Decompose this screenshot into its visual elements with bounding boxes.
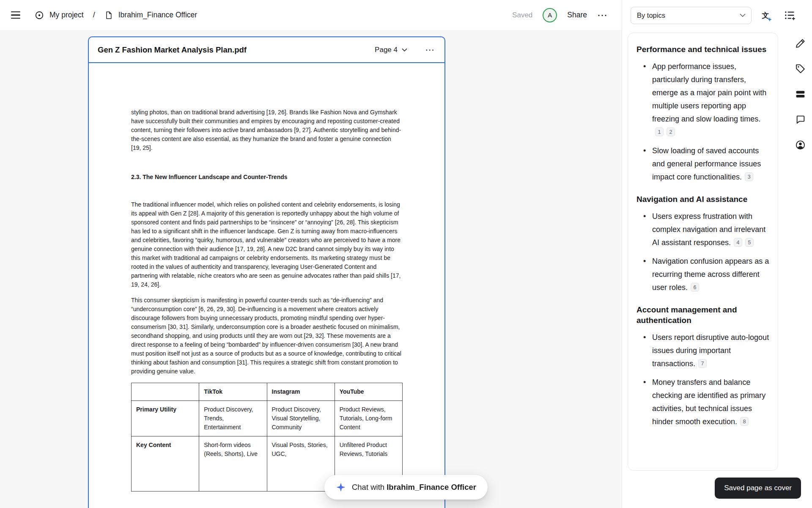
topic-bullet: Navigation confusion appears as a recurr…	[636, 255, 769, 294]
app-root: My project / Ibrahim_Finance Officer Sav…	[0, 0, 812, 508]
topics-view-select[interactable]: By topics	[631, 7, 752, 24]
breadcrumb-separator: /	[93, 11, 95, 19]
chat-label: Chat with Ibrahim_Finance Officer	[352, 483, 476, 492]
citation-badge[interactable]: 8	[740, 417, 749, 426]
translate-icon[interactable]: 文	[758, 8, 773, 23]
chevron-down-icon	[740, 14, 746, 17]
topic-bullet-text: Navigation confusion appears as a recurr…	[652, 257, 769, 292]
tool-rail	[795, 38, 806, 150]
pdf-paragraph: This consumer skepticism is manifesting …	[131, 296, 403, 376]
more-icon[interactable]: ⋯	[597, 10, 607, 20]
topic-section: Account management and authenticationUse…	[636, 304, 769, 428]
citation-badge[interactable]: 7	[698, 359, 707, 368]
topic-bullet-list: Users express frustration with complex n…	[636, 210, 769, 294]
document-title[interactable]: Ibrahim_Finance Officer	[118, 11, 197, 19]
citation-badge[interactable]: 6	[691, 283, 699, 292]
chevron-down-icon	[402, 48, 407, 52]
citation-badge[interactable]: 3	[745, 172, 753, 181]
comment-icon[interactable]	[795, 114, 806, 125]
topic-bullet-list: Users report disruptive auto-logout issu…	[636, 331, 769, 428]
page-label: Page 4	[375, 46, 398, 54]
project-icon	[35, 11, 44, 20]
citation-badge[interactable]: 5	[745, 238, 754, 247]
pdf-table-header-cell: YouTube	[335, 383, 402, 401]
file-icon	[104, 11, 113, 20]
right-sidebar: By topics 文 Performance and technical is…	[622, 0, 812, 508]
topic-bullet-text: Users report disruptive auto-logout issu…	[652, 333, 769, 368]
pdf-table-header-cell: TikTok	[199, 383, 267, 401]
pdf-paragraph: The traditional influencer model, which …	[131, 200, 403, 289]
pdf-table-cell: Product Discovery, Visual Storytelling, …	[267, 401, 335, 436]
pdf-table-header-cell: Instagram	[267, 383, 335, 401]
pdf-table-header-cell	[132, 383, 199, 401]
topic-bullet: Users express frustration with complex n…	[636, 210, 769, 249]
chat-bar[interactable]: Chat with Ibrahim_Finance Officer	[324, 475, 488, 500]
topics-view-label: By topics	[637, 11, 665, 19]
tag-icon[interactable]	[795, 63, 806, 74]
pdf-table-cell: Short-form videos (Reels, Shorts), Live	[199, 436, 267, 491]
pdf-table-cell: Product Reviews, Tutorials, Long-form Co…	[335, 401, 402, 436]
pdf-content: styling photos, than on traditional bran…	[89, 63, 444, 491]
pdf-table-cell: Visual Posts, Stories, UGC,	[267, 436, 335, 491]
avatar[interactable]: A	[543, 8, 557, 22]
pdf-header: Gen Z Fashion Market Analysis Plan.pdf P…	[89, 37, 444, 63]
topic-heading: Performance and technical issues	[636, 44, 769, 55]
topic-bullet-text: App performance issues, particularly dur…	[652, 62, 766, 123]
breadcrumb-project[interactable]: My project	[49, 11, 84, 19]
account-icon[interactable]	[795, 139, 806, 150]
rows-icon[interactable]	[795, 88, 806, 99]
document-canvas: Gen Z Fashion Market Analysis Plan.pdf P…	[0, 30, 622, 508]
pdf-table-cell: Product Discovery, Trends, Entertainment	[199, 401, 267, 436]
breadcrumb: My project / Ibrahim_Finance Officer	[35, 11, 197, 20]
pdf-table-row: Primary UtilityProduct Discovery, Trends…	[132, 401, 403, 436]
list-view-icon[interactable]	[783, 9, 796, 22]
topic-heading: Navigation and AI assistance	[636, 194, 769, 204]
pdf-table-header-row: TikTokInstagramYouTube	[132, 383, 403, 401]
citation-badge[interactable]: 1	[655, 127, 664, 136]
pdf-table-row-label: Primary Utility	[132, 401, 199, 436]
citation-badge[interactable]: 4	[734, 238, 742, 247]
sparkle-icon	[336, 482, 346, 492]
pdf-title: Gen Z Fashion Market Analysis Plan.pdf	[98, 45, 247, 55]
sparkle-badge-icon	[768, 17, 772, 22]
topbar: My project / Ibrahim_Finance Officer Sav…	[0, 0, 622, 30]
main-column: My project / Ibrahim_Finance Officer Sav…	[0, 0, 622, 508]
pdf-paragraph: styling photos, than on traditional bran…	[131, 108, 403, 152]
topic-heading: Account management and authentication	[636, 304, 769, 326]
menu-icon[interactable]	[11, 11, 21, 19]
saved-status: Saved	[512, 11, 532, 19]
topic-section: Navigation and AI assistanceUsers expres…	[636, 194, 769, 294]
topic-bullet-list: App performance issues, particularly dur…	[636, 60, 769, 184]
topic-section: Performance and technical issuesApp perf…	[636, 44, 769, 184]
pdf-table-row-label: Key Content	[132, 436, 199, 491]
citation-badge[interactable]: 2	[667, 127, 675, 136]
topic-bullet: App performance issues, particularly dur…	[636, 60, 769, 139]
topics-panel[interactable]: Performance and technical issuesApp perf…	[628, 33, 778, 471]
topic-bullet: Slow loading of saved accounts and gener…	[636, 144, 769, 184]
sidebar-toolbar: By topics 文	[622, 0, 812, 24]
topics-sections: Performance and technical issuesApp perf…	[636, 44, 769, 428]
topbar-actions: Saved A Share ⋯	[512, 8, 607, 22]
pen-icon[interactable]	[795, 38, 806, 49]
topic-bullet: Money transfers and balance checking are…	[636, 376, 769, 428]
share-button[interactable]: Share	[567, 11, 587, 19]
page-selector[interactable]: Page 4	[375, 46, 407, 54]
pdf-section-heading: 2.3. The New Influencer Landscape and Co…	[131, 173, 403, 182]
topic-bullet: Users report disruptive auto-logout issu…	[636, 331, 769, 370]
pdf-viewer-card: Gen Z Fashion Market Analysis Plan.pdf P…	[88, 36, 445, 508]
pdf-more-icon[interactable]: ⋯	[425, 45, 434, 55]
